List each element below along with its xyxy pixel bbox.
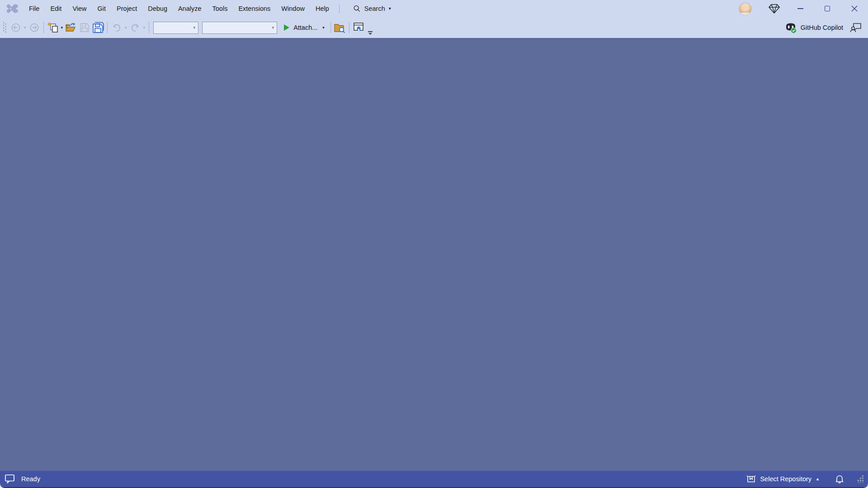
toolbar-drag-grip[interactable] [3, 21, 7, 34]
toolbar-overflow-button[interactable] [368, 31, 373, 35]
toolbar-separator [330, 22, 331, 33]
solution-configurations-caret-icon: ▾ [193, 25, 198, 30]
menu-bar: File Edit View Git Project Debug Analyze… [0, 0, 868, 17]
github-copilot-control[interactable]: GitHub Copilot [785, 22, 862, 33]
menu-extensions[interactable]: Extensions [233, 0, 276, 17]
search-caret-icon: ▾ [389, 6, 391, 11]
search-control[interactable]: Search ▾ [353, 5, 391, 13]
toolbar-separator [149, 22, 149, 33]
navigate-backward-icon [11, 23, 21, 33]
github-copilot-icon [785, 22, 797, 33]
notifications-bell-icon[interactable] [835, 474, 844, 484]
close-icon [851, 5, 858, 12]
minimize-icon [797, 8, 803, 9]
menu-separator [339, 5, 340, 13]
redo-caret-icon: ▾ [142, 26, 147, 30]
select-repository-button[interactable]: Select Repository [760, 475, 811, 483]
maximize-button[interactable] [814, 0, 841, 17]
select-repository-caret-icon[interactable]: ▲ [816, 477, 820, 481]
visual-studio-window: File Edit View Git Project Debug Analyze… [0, 0, 868, 488]
new-project-caret-icon[interactable]: ▾ [60, 26, 65, 30]
visual-studio-logo-icon [5, 3, 19, 14]
menu-edit[interactable]: Edit [45, 0, 67, 17]
menu-window[interactable]: Window [276, 0, 310, 17]
navigate-backward-caret-icon[interactable]: ▾ [23, 26, 28, 30]
open-folder-icon [65, 22, 77, 33]
feedback-gem-icon[interactable] [768, 4, 780, 14]
menu-debug[interactable]: Debug [142, 0, 173, 17]
empty-environment-background [0, 38, 868, 471]
redo-button [128, 21, 142, 34]
status-right-cluster: Select Repository ▲ [746, 474, 864, 484]
save-all-icon [92, 22, 104, 33]
new-project-icon [47, 22, 59, 33]
save-button [78, 21, 91, 34]
undo-button [110, 21, 123, 34]
attach-label: Attach... [293, 24, 317, 31]
toolbar-separator [107, 22, 108, 33]
new-project-button[interactable] [46, 21, 60, 34]
find-in-files-button[interactable] [333, 21, 347, 34]
toolbar-separator [349, 22, 349, 33]
menu-project[interactable]: Project [111, 0, 142, 17]
open-file-button[interactable] [64, 21, 78, 34]
titlebar-right-cluster [739, 0, 868, 17]
toolbar-separator [43, 22, 44, 33]
run-play-icon [283, 24, 290, 31]
status-left-cluster: Ready [5, 474, 40, 484]
menu-git[interactable]: Git [92, 0, 112, 17]
window-home-icon [353, 22, 364, 33]
solution-configurations-dropdown[interactable]: ▾ [153, 22, 198, 34]
undo-icon [111, 22, 122, 33]
send-feedback-icon[interactable] [850, 22, 862, 33]
toolbar-overflow-icon [368, 31, 373, 32]
menu-help[interactable]: Help [310, 0, 335, 17]
navigate-forward-icon [29, 23, 39, 33]
standard-toolbar: ▾ ▾ [0, 17, 868, 38]
undo-caret-icon: ▾ [123, 26, 128, 30]
start-window-button[interactable] [352, 21, 365, 34]
navigate-backward-button[interactable] [9, 21, 23, 34]
resize-grip[interactable] [857, 475, 864, 483]
menu-file[interactable]: File [24, 0, 45, 17]
status-ready-label: Ready [21, 475, 40, 483]
menu-view[interactable]: View [67, 0, 92, 17]
maximize-icon [825, 6, 830, 11]
feedback-message-icon[interactable] [5, 474, 15, 484]
solution-platforms-dropdown[interactable]: ▾ [202, 22, 277, 34]
attach-button[interactable]: Attach... ▾ [283, 24, 326, 31]
minimize-button[interactable] [787, 0, 814, 17]
menu-analyze[interactable]: Analyze [173, 0, 207, 17]
github-copilot-label: GitHub Copilot [801, 24, 843, 31]
close-button[interactable] [841, 0, 868, 17]
navigate-forward-button[interactable] [28, 21, 41, 34]
status-bar: Ready Select Repository ▲ [0, 471, 868, 487]
save-icon [79, 22, 90, 33]
find-in-files-icon [334, 22, 346, 33]
search-icon [353, 5, 361, 13]
save-all-button[interactable] [91, 21, 105, 34]
user-avatar[interactable] [739, 2, 752, 15]
repository-icon [746, 474, 756, 483]
menu-tools[interactable]: Tools [207, 0, 233, 17]
attach-caret-icon[interactable]: ▾ [321, 26, 326, 30]
solution-platforms-caret-icon: ▾ [272, 25, 277, 30]
search-label: Search [364, 5, 385, 12]
redo-icon [130, 22, 141, 33]
toolbar-overflow-arrow-icon [368, 33, 372, 35]
